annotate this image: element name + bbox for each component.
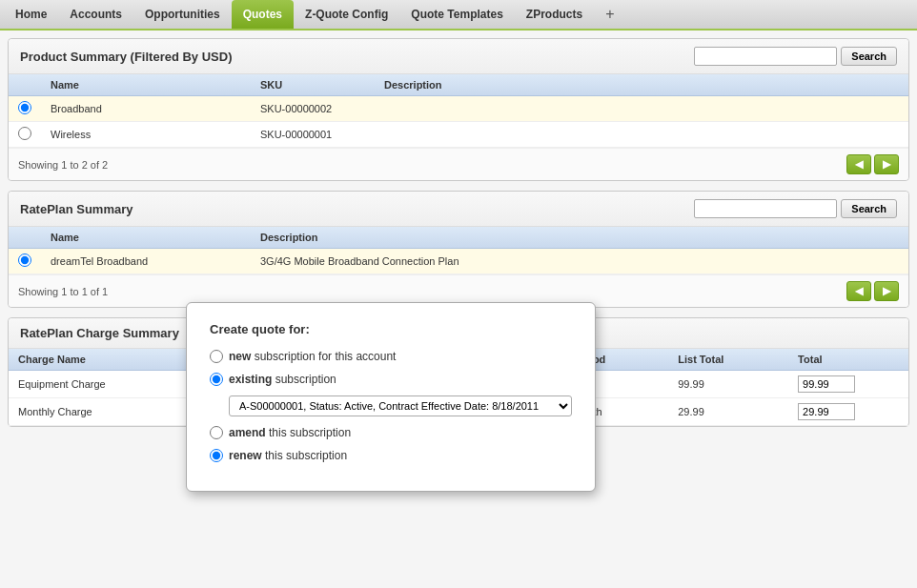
modal-new-option-row: new subscription for this account bbox=[210, 350, 572, 363]
modal-new-bold: new bbox=[229, 350, 251, 363]
modal-renew-bold: renew bbox=[229, 449, 262, 462]
nav-accounts[interactable]: Accounts bbox=[58, 0, 133, 29]
create-quote-modal: Create quote for: new subscription for t… bbox=[186, 302, 596, 492]
nav-quote-templates[interactable]: Quote Templates bbox=[399, 0, 514, 29]
modal-amend-rest: this subscription bbox=[266, 426, 351, 439]
nav-add[interactable]: + bbox=[594, 0, 625, 29]
main-content: Product Summary (Filtered By USD) Search… bbox=[0, 30, 917, 588]
modal-existing-bold: existing bbox=[229, 373, 272, 386]
nav-zproducts[interactable]: ZProducts bbox=[515, 0, 594, 29]
modal-overlay: Create quote for: new subscription for t… bbox=[0, 30, 917, 588]
modal-existing-rest: subscription bbox=[272, 373, 336, 386]
nav-quotes[interactable]: Quotes bbox=[232, 0, 294, 29]
nav-opportunities[interactable]: Opportunities bbox=[133, 0, 232, 29]
nav-home[interactable]: Home bbox=[4, 0, 58, 29]
modal-subscription-select-row: A-S00000001, Status: Active, Contract Ef… bbox=[229, 395, 572, 416]
modal-existing-option-row: existing subscription bbox=[210, 373, 572, 386]
navigation-bar: Home Accounts Opportunities Quotes Z-Quo… bbox=[0, 0, 917, 30]
modal-amend-label: amend this subscription bbox=[229, 426, 351, 439]
modal-renew-label: renew this subscription bbox=[229, 449, 347, 462]
modal-amend-bold: amend bbox=[229, 426, 266, 439]
modal-title: Create quote for: bbox=[210, 322, 572, 336]
modal-renew-option-row: renew this subscription bbox=[210, 449, 572, 462]
modal-renew-radio[interactable] bbox=[210, 449, 223, 462]
modal-renew-rest: this subscription bbox=[262, 449, 347, 462]
modal-amend-option-row: amend this subscription bbox=[210, 426, 572, 439]
modal-existing-label: existing subscription bbox=[229, 373, 336, 386]
modal-amend-radio[interactable] bbox=[210, 426, 223, 439]
modal-existing-radio[interactable] bbox=[210, 373, 223, 386]
modal-subscription-select[interactable]: A-S00000001, Status: Active, Contract Ef… bbox=[229, 395, 572, 416]
nav-zquote-config[interactable]: Z-Quote Config bbox=[294, 0, 399, 29]
modal-new-label: new subscription for this account bbox=[229, 350, 396, 363]
modal-new-rest: subscription for this account bbox=[251, 350, 396, 363]
modal-new-radio[interactable] bbox=[210, 350, 223, 363]
